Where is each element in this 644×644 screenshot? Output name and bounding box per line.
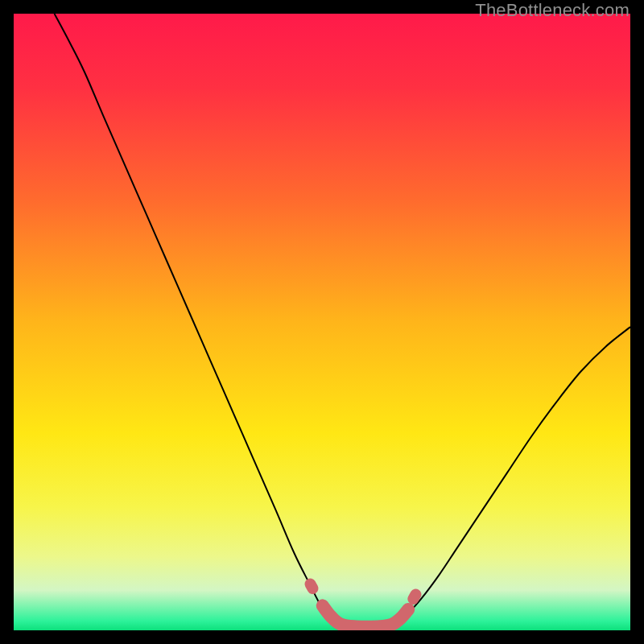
series-bottom-highlight-dot2 [413, 595, 415, 599]
series-bottom-highlight-dot1 [310, 584, 312, 588]
plot-area [14, 14, 630, 630]
series-bottom-highlight [323, 605, 408, 626]
chart-frame: TheBottleneck.com [0, 0, 644, 644]
series-left-curve [55, 14, 336, 621]
series-right-curve [398, 327, 630, 621]
watermark-text: TheBottleneck.com [475, 0, 630, 21]
curve-layer [14, 14, 630, 630]
